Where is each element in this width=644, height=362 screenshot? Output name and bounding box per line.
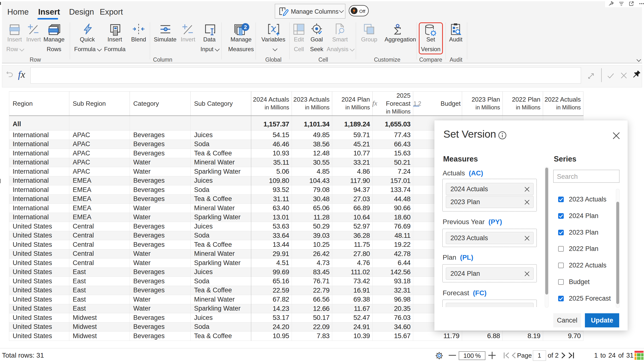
svg-text:2: 2 bbox=[244, 24, 247, 30]
